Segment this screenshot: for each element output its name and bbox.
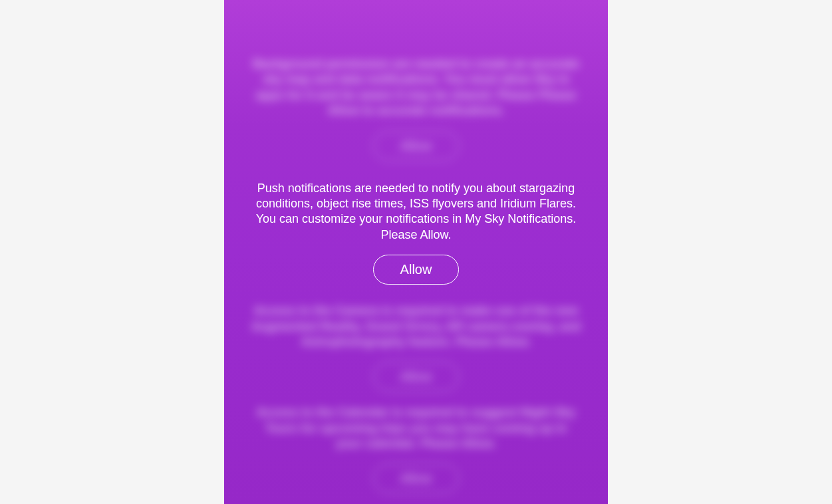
permission-section-calendar: Access to the Calendar is required to su… — [251, 405, 581, 493]
permission-text-calendar: Access to the Calendar is required to su… — [251, 405, 581, 451]
permission-section-camera: Access to the Camera is required to make… — [251, 303, 581, 392]
permission-text-notifications: Push notifications are needed to notify … — [251, 181, 581, 243]
permission-section-background: Background permission are needed to crea… — [251, 57, 581, 161]
allow-button-camera[interactable]: Allow — [373, 362, 460, 392]
allow-button-notifications[interactable]: Allow — [373, 255, 460, 285]
allow-button-calendar[interactable]: Allow — [373, 463, 460, 493]
permissions-screen: Background permission are needed to crea… — [224, 0, 608, 504]
permission-section-notifications: Push notifications are needed to notify … — [251, 181, 581, 285]
allow-button-background[interactable]: Allow — [373, 131, 460, 161]
permission-text-background: Background permission are needed to crea… — [251, 57, 581, 119]
permission-text-camera: Access to the Camera is required to make… — [251, 303, 581, 350]
